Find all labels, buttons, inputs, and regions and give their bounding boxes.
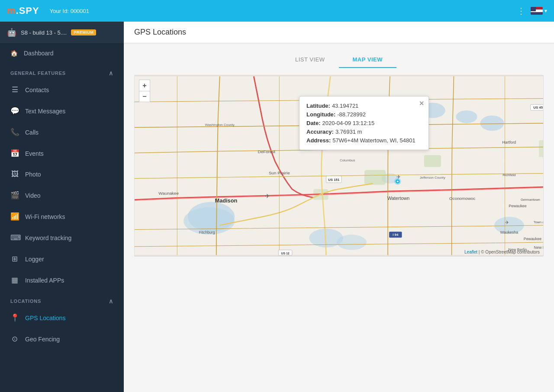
svg-text:Watertown: Watertown xyxy=(387,196,409,201)
svg-text:Sun Prairie: Sun Prairie xyxy=(269,170,290,175)
sidebar-item-calls[interactable]: 📞 Calls xyxy=(0,122,124,143)
language-selector[interactable]: ▾ xyxy=(531,7,547,15)
svg-text:Pewaukee: Pewaukee xyxy=(509,204,526,208)
contacts-icon: ☰ xyxy=(10,85,19,94)
osm-attribution: © OpenStreetMap contributors xyxy=(481,250,540,254)
svg-text:US 12: US 12 xyxy=(281,252,290,255)
premium-badge: PREMIUM xyxy=(71,29,96,35)
sidebar-item-installed-apps[interactable]: ▦ Installed APPs xyxy=(0,270,124,291)
dashboard-label: Dashboard xyxy=(24,50,54,57)
video-label: Video xyxy=(25,192,41,199)
locations-label: LOCATIONS xyxy=(10,299,41,304)
home-icon: 🏠 xyxy=(10,50,18,57)
logo: m.SPY xyxy=(7,5,39,16)
leaflet-link[interactable]: Leaflet xyxy=(464,250,477,254)
sidebar-item-gps-locations[interactable]: 📍 GPS Locations xyxy=(0,307,124,328)
longitude-value: -88.728992 xyxy=(337,111,366,118)
svg-point-9 xyxy=(337,235,367,250)
popup-close-button[interactable]: ✕ xyxy=(419,100,424,107)
svg-text:Town of Brookfield: Town of Brookfield xyxy=(534,220,543,224)
popup-accuracy-row: Accuracy: 3.76931 m xyxy=(306,129,422,135)
svg-text:Germantown: Germantown xyxy=(521,198,540,202)
gps-icon: 📍 xyxy=(10,313,19,322)
main-content: GPS Locations LIST VIEW MAP VIEW xyxy=(124,22,554,392)
general-features-section: GENERAL FEATURES ∧ xyxy=(0,64,124,79)
svg-rect-12 xyxy=(539,140,543,157)
main-layout: 🤖 S8 - build 13 - 5.... PREMIUM 🏠 Dashbo… xyxy=(0,22,554,392)
longitude-label: Longitude: xyxy=(306,111,335,118)
svg-point-51 xyxy=(397,180,399,182)
map-zoom-controls: + − xyxy=(139,80,150,102)
sidebar-item-video[interactable]: 🎬 Video xyxy=(0,185,124,206)
zoom-out-button[interactable]: − xyxy=(139,91,150,102)
svg-text:Richfield: Richfield xyxy=(502,173,515,177)
page-title: GPS Locations xyxy=(134,28,186,37)
calls-label: Calls xyxy=(25,129,39,136)
flag-icon xyxy=(531,7,543,15)
address-value: 57W6+4M Watertown, WI, 54801 xyxy=(332,137,415,144)
svg-text:Columbus: Columbus xyxy=(340,158,355,162)
locations-chevron[interactable]: ∧ xyxy=(109,298,113,305)
sidebar-item-logger[interactable]: ⊞ Logger xyxy=(0,248,124,270)
sidebar-item-dashboard[interactable]: 🏠 Dashboard xyxy=(0,44,124,63)
accuracy-value: 3.76931 m xyxy=(335,129,362,135)
logger-label: Logger xyxy=(25,256,44,263)
popup-date-row: Date: 2020-04-09 13:12:15 xyxy=(306,120,422,126)
svg-rect-10 xyxy=(364,170,386,185)
installed-apps-icon: ▦ xyxy=(10,276,19,285)
svg-text:✈: ✈ xyxy=(265,193,270,199)
svg-text:DeForest: DeForest xyxy=(258,149,276,154)
popup-longitude-row: Longitude: -88.728992 xyxy=(306,111,422,118)
tabs-container: LIST VIEW MAP VIEW xyxy=(134,52,544,68)
svg-point-4 xyxy=(456,110,477,123)
svg-text:US 45: US 45 xyxy=(533,106,543,109)
date-label: Date: xyxy=(306,120,321,126)
content-area: LIST VIEW MAP VIEW xyxy=(124,43,554,392)
map-attribution: Leaflet | © OpenStreetMap contributors xyxy=(464,250,540,254)
logger-icon: ⊞ xyxy=(10,254,19,263)
more-options-icon[interactable]: ⋮ xyxy=(517,6,525,16)
text-messages-icon: 💬 xyxy=(10,106,19,116)
sidebar-item-contacts[interactable]: ☰ Contacts xyxy=(0,79,124,100)
svg-point-5 xyxy=(480,116,504,131)
events-icon: 📅 xyxy=(10,149,19,158)
sidebar-item-events[interactable]: 📅 Events xyxy=(0,143,124,164)
svg-text:Waunakee: Waunakee xyxy=(158,191,179,196)
text-messages-label: Text Messages xyxy=(25,108,65,115)
zoom-in-button[interactable]: + xyxy=(139,80,150,91)
general-features-chevron[interactable]: ∧ xyxy=(109,70,113,77)
wifi-icon: 📶 xyxy=(10,212,19,221)
geofencing-icon: ⊙ xyxy=(10,334,19,344)
top-header: m.SPY Your Id: 000001 ⋮ ▾ xyxy=(0,0,554,22)
keyword-icon: ⌨ xyxy=(10,233,19,242)
svg-text:Washington County: Washington County xyxy=(205,123,235,127)
photo-icon: 🖼 xyxy=(10,170,19,179)
sidebar-item-keyword-tracking[interactable]: ⌨ Keyword tracking xyxy=(0,227,124,248)
tab-list-view[interactable]: LIST VIEW xyxy=(281,52,339,68)
sidebar-item-photo[interactable]: 🖼 Photo xyxy=(0,164,124,185)
tab-map-view[interactable]: MAP VIEW xyxy=(339,52,397,68)
page-header: GPS Locations xyxy=(124,22,554,43)
calls-icon: 📞 xyxy=(10,128,19,137)
svg-text:Waukesha: Waukesha xyxy=(500,230,519,235)
svg-text:Jefferson County: Jefferson County xyxy=(420,176,445,180)
svg-text:Pewaukee: Pewaukee xyxy=(524,237,541,241)
wifi-label: Wi-Fi networks xyxy=(25,213,65,220)
map-wrapper: US 151 I 94 I 94 US 45 US 12 US 18 M xyxy=(134,75,544,257)
sidebar-item-text-messages[interactable]: 💬 Text Messages xyxy=(0,100,124,122)
device-bar[interactable]: 🤖 S8 - build 13 - 5.... PREMIUM xyxy=(0,22,124,44)
sidebar-item-geo-fencing[interactable]: ⊙ Geo Fencing xyxy=(0,328,124,350)
latitude-value: 43.194721 xyxy=(332,103,358,109)
keyword-label: Keyword tracking xyxy=(25,235,71,241)
svg-text:I 94: I 94 xyxy=(393,233,399,237)
gps-label: GPS Locations xyxy=(25,315,65,321)
popup-latitude-row: Latitude: 43.194721 xyxy=(306,103,422,109)
svg-rect-11 xyxy=(424,155,441,167)
geofencing-label: Geo Fencing xyxy=(25,336,60,343)
svg-text:Oconomowoc: Oconomowoc xyxy=(449,196,475,201)
events-label: Events xyxy=(25,150,44,157)
svg-text:New Berlin: New Berlin xyxy=(534,245,543,250)
svg-text:✈: ✈ xyxy=(505,220,509,225)
sidebar-item-wifi[interactable]: 📶 Wi-Fi networks xyxy=(0,206,124,227)
photo-label: Photo xyxy=(25,171,41,178)
